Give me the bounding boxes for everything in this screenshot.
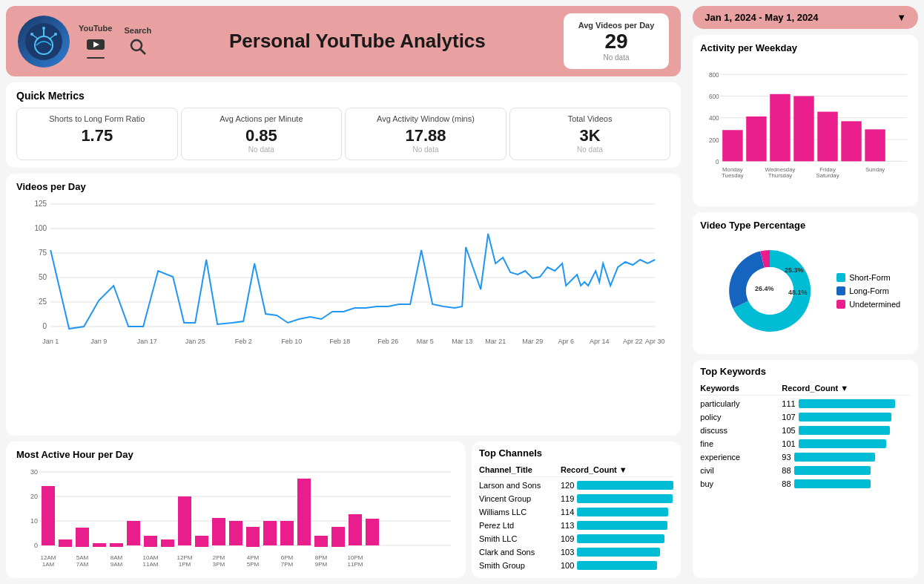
svg-text:Mar 21: Mar 21 <box>485 338 506 345</box>
svg-text:48.1%: 48.1% <box>788 289 808 296</box>
bar-12am <box>42 486 55 545</box>
svg-rect-64 <box>331 527 345 547</box>
channel-bar <box>577 481 673 490</box>
videos-per-day-title: Videos per Day <box>16 181 670 192</box>
svg-text:7PM: 7PM <box>281 561 294 568</box>
avg-videos-sub: No data <box>578 53 655 62</box>
svg-text:Jan 1: Jan 1 <box>42 338 59 345</box>
svg-text:10: 10 <box>30 517 38 525</box>
search-nav[interactable]: Search <box>124 26 151 57</box>
svg-rect-58 <box>229 521 242 545</box>
search-label: Search <box>124 26 151 35</box>
metric-label-0: Shorts to Long Form Ratio <box>24 114 170 123</box>
weekday-bar-sat <box>842 121 862 161</box>
svg-rect-50 <box>93 543 106 547</box>
svg-rect-48 <box>59 539 72 547</box>
metric-value-3: 3K <box>518 126 663 145</box>
table-row: Smith LLC 109 <box>479 532 673 545</box>
svg-rect-60 <box>263 521 277 545</box>
hour-bar-svg: 0 10 20 30 <box>16 465 455 576</box>
svg-text:9PM: 9PM <box>315 561 328 568</box>
top-keywords: Top Keywords Keywords Record_Count ▼ par… <box>693 360 918 578</box>
left-panel: YouTube Search Personal YouTube Analytic… <box>0 0 687 584</box>
svg-text:12PM: 12PM <box>177 554 193 561</box>
metric-shorts-ratio: Shorts to Long Form Ratio 1.75 <box>16 108 178 160</box>
svg-rect-49 <box>76 528 89 547</box>
metric-actions-per-min: Avg Actions per Minute 0.85 No data <box>181 108 343 160</box>
svg-text:800: 800 <box>709 72 719 79</box>
donut-container: 25.3% 26.4% 48.1% Short-Form Long-Form <box>700 235 911 347</box>
legend-long-label: Long-Form <box>849 286 889 295</box>
hour-bar-chart: 0 10 20 30 <box>16 465 455 568</box>
keyword-bar <box>794 479 871 488</box>
right-panel: Jan 1, 2024 - May 1, 2024 ▼ Activity per… <box>687 0 924 584</box>
svg-text:Feb 2: Feb 2 <box>235 338 252 345</box>
keyword-bar <box>794 466 871 475</box>
keyword-bar <box>799 439 886 448</box>
metric-sub-1: No data <box>189 145 334 154</box>
video-type-title: Video Type Percentage <box>700 220 911 231</box>
svg-text:10AM: 10AM <box>143 554 159 561</box>
table-row: Clark and Sons 103 <box>479 545 673 559</box>
svg-text:8AM: 8AM <box>110 554 123 561</box>
svg-text:5AM: 5AM <box>76 554 89 561</box>
svg-text:50: 50 <box>39 273 47 281</box>
svg-point-5 <box>42 27 45 30</box>
avg-videos-label: Avg Videos per Day <box>578 21 655 30</box>
svg-text:0: 0 <box>34 542 38 549</box>
svg-text:7AM: 7AM <box>76 561 89 568</box>
activity-weekday-title: Activity per Weekday <box>700 42 911 53</box>
svg-rect-53 <box>144 536 157 547</box>
table-row: Williams LLC 114 <box>479 505 673 519</box>
svg-text:Apr 22: Apr 22 <box>623 338 643 345</box>
logo-icon <box>25 23 62 60</box>
svg-text:4PM: 4PM <box>247 554 260 561</box>
top-channels: Top Channels Channel_Title Record_Count … <box>472 442 681 578</box>
channel-bar <box>577 494 673 503</box>
svg-point-6 <box>30 33 33 36</box>
most-active-hour: Most Active Hour per Day 0 10 20 30 <box>6 442 466 578</box>
legend-short-color <box>836 273 845 282</box>
svg-text:600: 600 <box>709 93 719 100</box>
legend-long-color <box>836 286 845 295</box>
svg-text:5PM: 5PM <box>247 561 260 568</box>
svg-rect-54 <box>161 539 174 547</box>
keyword-bar <box>799 426 890 435</box>
keyword-col1-header: Keywords <box>700 384 782 393</box>
table-row: experience 93 <box>700 450 911 464</box>
svg-rect-61 <box>280 521 294 545</box>
svg-rect-62 <box>297 479 311 545</box>
svg-rect-56 <box>195 536 208 547</box>
svg-text:11PM: 11PM <box>348 561 363 568</box>
youtube-nav[interactable]: YouTube <box>79 24 112 59</box>
bottom-row: Most Active Hour per Day 0 10 20 30 <box>6 442 681 578</box>
svg-text:10PM: 10PM <box>348 554 363 561</box>
donut-legend: Short-Form Long-Form Undetermined <box>836 273 900 309</box>
svg-point-7 <box>54 33 57 36</box>
metric-label-2: Avg Activity Window (mins) <box>353 114 498 123</box>
metric-value-0: 1.75 <box>24 126 170 145</box>
videos-per-day: Videos per Day 0 25 50 75 100 125 <box>6 174 681 436</box>
date-range-label: Jan 1, 2024 - May 1, 2024 <box>704 12 818 23</box>
metric-value-1: 0.85 <box>189 126 334 145</box>
nav-icons: YouTube Search <box>79 24 151 59</box>
svg-text:1AM: 1AM <box>42 561 55 568</box>
svg-text:Jan 25: Jan 25 <box>185 338 205 345</box>
svg-text:25: 25 <box>39 298 47 306</box>
top-channels-title: Top Channels <box>479 447 673 459</box>
svg-text:400: 400 <box>709 115 719 122</box>
table-row: particularly 111 <box>700 397 911 410</box>
search-icon <box>128 36 148 57</box>
legend-short-label: Short-Form <box>849 273 891 282</box>
table-row: discuss 105 <box>700 424 911 437</box>
keywords-table-header: Keywords Record_Count ▼ <box>700 381 911 396</box>
metric-sub-3: No data <box>518 145 663 154</box>
date-range-button[interactable]: Jan 1, 2024 - May 1, 2024 ▼ <box>693 6 918 29</box>
sort-icon: ▼ <box>840 384 848 393</box>
table-row: fine 101 <box>700 437 911 450</box>
keyword-col2-header: Record_Count ▼ <box>782 384 848 393</box>
weekday-bar-wed <box>770 94 791 162</box>
weekday-bar-tue <box>747 117 767 161</box>
header: YouTube Search Personal YouTube Analytic… <box>6 6 681 76</box>
main-container: YouTube Search Personal YouTube Analytic… <box>0 0 924 584</box>
